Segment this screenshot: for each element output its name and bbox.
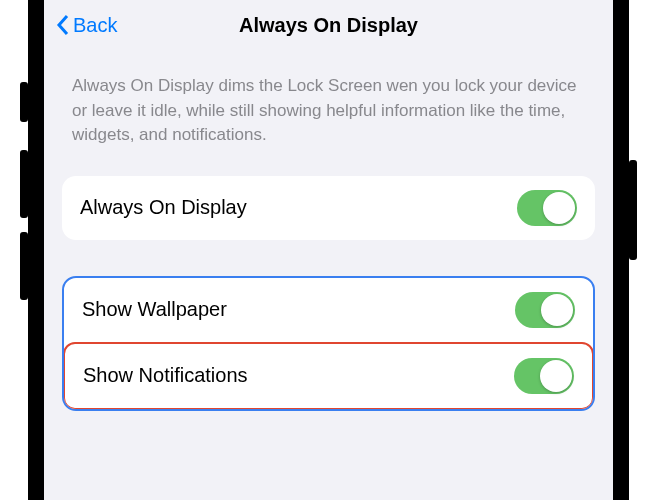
toggle-knob bbox=[541, 294, 573, 326]
phone-screen: Back Always On Display Always On Display… bbox=[28, 0, 629, 500]
settings-group-options: Show Wallpaper Show Notifications bbox=[62, 276, 595, 411]
row-label: Always On Display bbox=[80, 196, 247, 219]
toggle-knob bbox=[543, 192, 575, 224]
nav-bar: Back Always On Display bbox=[44, 0, 613, 50]
row-show-wallpaper: Show Wallpaper bbox=[64, 278, 593, 342]
side-button-volume-down bbox=[20, 232, 28, 300]
content-area: Always On Display dims the Lock Screen w… bbox=[44, 50, 613, 411]
toggle-knob bbox=[540, 360, 572, 392]
highlight-show-notifications: Show Notifications bbox=[63, 342, 594, 410]
toggle-show-wallpaper[interactable] bbox=[515, 292, 575, 328]
row-label: Show Wallpaper bbox=[82, 298, 227, 321]
toggle-always-on-display[interactable] bbox=[517, 190, 577, 226]
chevron-left-icon bbox=[56, 14, 69, 36]
row-always-on-display: Always On Display bbox=[62, 176, 595, 240]
toggle-show-notifications[interactable] bbox=[514, 358, 574, 394]
back-button[interactable]: Back bbox=[56, 14, 117, 37]
side-button-power bbox=[629, 160, 637, 260]
settings-group-main: Always On Display bbox=[62, 176, 595, 240]
side-button-volume-up bbox=[20, 150, 28, 218]
page-title: Always On Display bbox=[44, 14, 613, 37]
back-label: Back bbox=[73, 14, 117, 37]
row-label: Show Notifications bbox=[83, 364, 248, 387]
side-button-silent bbox=[20, 82, 28, 122]
section-description: Always On Display dims the Lock Screen w… bbox=[62, 74, 595, 148]
row-show-notifications: Show Notifications bbox=[65, 344, 592, 408]
